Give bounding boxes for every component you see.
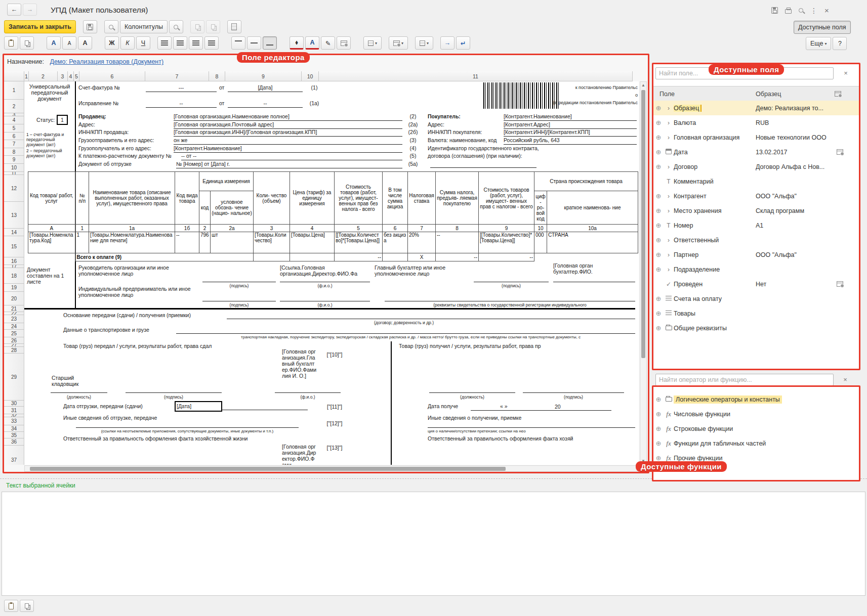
row-header-24[interactable]: 24	[4, 323, 24, 330]
form-table-cell[interactable]: 2а	[211, 225, 254, 232]
chevron-icon[interactable]: ›	[664, 193, 674, 200]
headers-footers-button[interactable]: Колонтитулы	[120, 20, 168, 33]
form-table-cell[interactable]: 7	[408, 225, 436, 232]
copy-layout-button[interactable]	[190, 20, 204, 33]
form-table-cell[interactable]: 4	[290, 225, 335, 232]
preview-icon[interactable]	[799, 8, 803, 13]
function-group-row-1[interactable]: ⊕Логические операторы и константы	[653, 392, 859, 407]
field-name[interactable]: Образец	[674, 105, 701, 112]
add-field-icon[interactable]: ⊕	[653, 207, 664, 214]
add-field-icon[interactable]: ⊕	[653, 192, 664, 200]
insert-field-button[interactable]: →	[440, 36, 455, 50]
form-table-cell[interactable]: условное обозна- чение (нацио- нальное)	[211, 191, 254, 225]
function-search-input[interactable]	[655, 374, 834, 386]
paste-text-button[interactable]	[4, 600, 18, 612]
form-table-cell[interactable]: --	[335, 253, 383, 261]
chevron-icon[interactable]: ›	[664, 237, 674, 244]
function-group-name[interactable]: Функции для табличных частей	[674, 440, 766, 447]
pen-button[interactable]: ✎	[321, 36, 335, 50]
row-header-15[interactable]: 15	[4, 236, 24, 257]
insert-break-button[interactable]: ↵	[456, 36, 470, 50]
col-sample[interactable]: Образец	[756, 91, 835, 98]
text-icon[interactable]: Т	[664, 178, 674, 185]
forward-button[interactable]: →	[23, 4, 37, 16]
function-search-clear-icon[interactable]: ×	[841, 376, 849, 384]
paste-button[interactable]	[4, 36, 18, 50]
calendar-icon[interactable]	[664, 149, 674, 156]
column-header-10[interactable]: 10	[302, 71, 319, 81]
row-header-9[interactable]: 9	[4, 156, 24, 164]
selected-cell-text-link[interactable]: Текст выбранной ячейки	[6, 482, 75, 489]
form-table-cell[interactable]: Стоимость товаров (работ, услуг), имущес…	[335, 172, 383, 225]
function-group-row-2[interactable]: ⊕fxЧисловые функции	[653, 407, 859, 421]
function-group-name[interactable]: Числовые функции	[674, 411, 730, 418]
chevron-icon[interactable]: ›	[664, 119, 674, 126]
form-table-cell[interactable]: 5	[335, 225, 383, 232]
add-field-icon[interactable]: ⊕	[653, 134, 664, 141]
valign-bottom-button[interactable]	[263, 36, 277, 50]
fill-color-button[interactable]: ⬧	[290, 36, 304, 50]
list-icon[interactable]	[664, 295, 674, 302]
form-table-cell[interactable]: --	[436, 253, 479, 261]
form-table-cell[interactable]: В том числе сумма акциза	[383, 172, 408, 225]
row-header-37[interactable]: 37	[4, 446, 24, 465]
purpose-link[interactable]: Демо: Реализация товаров (Документ)	[50, 58, 163, 65]
field-name[interactable]: Товары	[674, 310, 695, 317]
field-row-6[interactable]: ТКомментарий	[653, 174, 859, 189]
row-header-1[interactable]: 1	[4, 81, 24, 100]
cell-text-editor[interactable]	[2, 492, 865, 596]
preview-button[interactable]	[104, 20, 118, 33]
borders-dropdown[interactable]: ▾	[363, 36, 382, 50]
italic-button[interactable]: К	[120, 36, 135, 50]
corner-cell[interactable]	[4, 71, 24, 81]
copy-layout2-button[interactable]	[206, 20, 220, 33]
add-field-icon[interactable]: ⊕	[653, 119, 664, 126]
form-table-cell[interactable]: 20%	[408, 232, 436, 253]
save-icon[interactable]	[771, 7, 778, 14]
add-field-icon[interactable]: ⊕	[653, 104, 664, 112]
function-group-name[interactable]: Прочие функции	[674, 455, 722, 462]
field-row-13[interactable]: ✓ПроведенНет	[653, 277, 859, 291]
row-header-2[interactable]: 2	[4, 100, 24, 113]
add-field-icon[interactable]: ⊕	[653, 266, 664, 273]
column-header-5[interactable]: 5	[74, 71, 79, 81]
field-name[interactable]: Договор	[674, 163, 697, 170]
chevron-icon[interactable]: ›	[664, 105, 674, 112]
form-table-cell[interactable]: 1б	[175, 225, 199, 232]
add-function-icon[interactable]: ⊕	[653, 410, 664, 418]
row-header-36[interactable]: 36	[4, 438, 24, 446]
field-name[interactable]: Дата	[674, 149, 688, 156]
picture-dropdown[interactable]: ▾	[415, 36, 433, 50]
list-icon[interactable]	[664, 310, 674, 317]
field-name[interactable]: Номер	[674, 222, 693, 229]
form-table-cell[interactable]: [Товары.Номенклатура.Код]	[28, 232, 75, 253]
text-color-button[interactable]: А	[305, 36, 319, 50]
layout-canvas[interactable]: Универсальный передаточный документ Стат…	[24, 81, 639, 465]
form-table-cell[interactable]: [[Товары.Количество]*[Товары.Цена]]	[479, 232, 534, 253]
form-table-cell[interactable]: Сумма налога, предъяв- ляемая покупателю	[436, 172, 479, 225]
field-name[interactable]: Счета на оплату	[674, 295, 722, 302]
row-header-26[interactable]: 26	[4, 337, 24, 344]
form-table-cell[interactable]	[254, 253, 290, 261]
chevron-icon[interactable]: ›	[664, 251, 674, 258]
field-search-clear-icon[interactable]: ×	[842, 69, 850, 77]
align-left-button[interactable]	[157, 36, 172, 50]
form-table-cell[interactable]: 000	[534, 232, 547, 253]
chevron-icon[interactable]: ›	[664, 134, 674, 141]
row-header-35[interactable]: 35	[4, 432, 24, 438]
form-table-cell[interactable]: СТРАНА	[547, 232, 638, 253]
font-size-up-button[interactable]: А	[78, 36, 92, 50]
kebab-menu-icon[interactable]: ⋮	[810, 7, 817, 15]
add-field-icon[interactable]: ⊕	[653, 310, 664, 317]
row-header-19[interactable]: 19	[4, 284, 24, 292]
field-row-9[interactable]: ⊕ТНомерА1	[653, 218, 859, 233]
valign-top-button[interactable]	[231, 36, 245, 50]
field-row-1[interactable]: ⊕›ОбразецДемо: Реализация то...	[653, 101, 859, 115]
row-header-7[interactable]: 7	[4, 140, 24, 148]
column-header-8[interactable]: 8	[209, 71, 225, 81]
form-table-cell[interactable]: [Товары.Количество]	[254, 232, 290, 253]
field-name[interactable]: Партнер	[674, 251, 698, 258]
field-name[interactable]: Валюта	[674, 119, 696, 126]
column-header-2[interactable]: 2	[29, 71, 58, 81]
row-header-16[interactable]: 16	[4, 257, 24, 265]
